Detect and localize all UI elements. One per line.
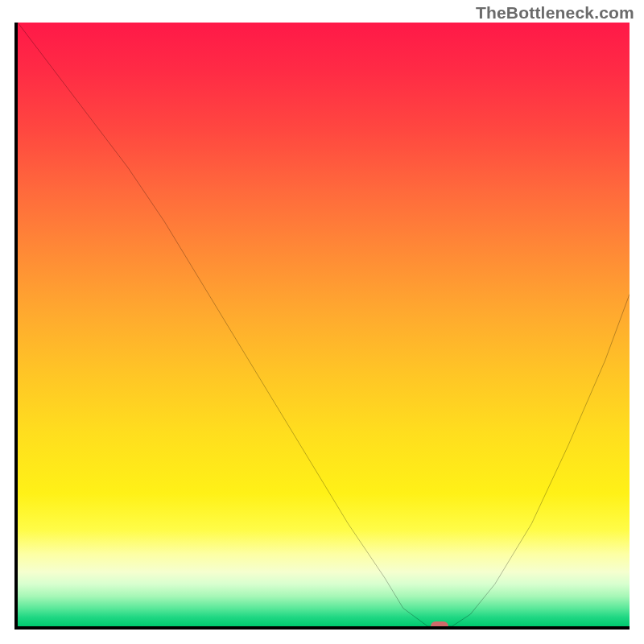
plot-area: [14, 23, 630, 630]
watermark-text: TheBottleneck.com: [476, 3, 634, 23]
optimal-marker: [431, 621, 448, 630]
bottleneck-curve: [18, 23, 630, 626]
chart-container: TheBottleneck.com: [0, 0, 644, 644]
